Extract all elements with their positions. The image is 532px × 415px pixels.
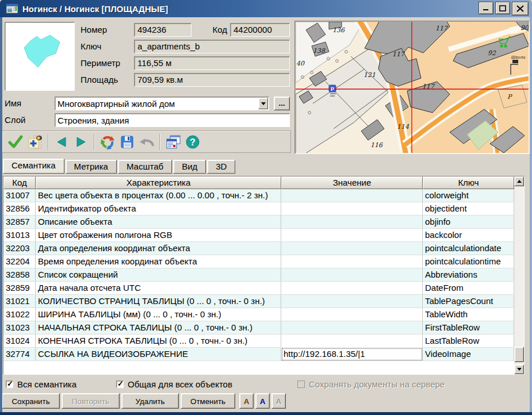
- row-characteristic[interactable]: Описание объекта: [36, 216, 281, 229]
- undo-button[interactable]: [137, 133, 156, 151]
- row-characteristic[interactable]: КОЛИЧЕСТВО СТРАНИЦ ТАБЛИЦЫ (0 ... 0 , то…: [36, 295, 281, 308]
- row-code[interactable]: 31022: [3, 308, 36, 321]
- row-code[interactable]: 32857: [3, 216, 36, 229]
- column-header[interactable]: Значение: [281, 176, 423, 189]
- table-row[interactable]: 32203Дата определения координат объектаp…: [3, 242, 524, 255]
- table-row[interactable]: 32858Список сокращенийAbbreviations: [3, 268, 524, 282]
- layer-field-input[interactable]: [55, 114, 289, 126]
- row-value[interactable]: [281, 202, 423, 216]
- row-key[interactable]: objinfo: [423, 216, 514, 229]
- table-row[interactable]: 31007Вес цвета объекта в процентах (0.00…: [3, 189, 524, 202]
- row-code[interactable]: 32859: [3, 282, 36, 295]
- column-header[interactable]: Характеристика: [36, 176, 281, 189]
- next-object-button[interactable]: [71, 133, 91, 151]
- close-button[interactable]: [512, 2, 529, 16]
- row-characteristic[interactable]: НАЧАЛЬНАЯ СТРОКА ТАБЛИЦЫ (0 ... 0 , точн…: [36, 321, 281, 335]
- name-combobox-input[interactable]: [55, 97, 269, 110]
- row-key[interactable]: TablePagesCount: [423, 295, 514, 308]
- checkbox-box[interactable]: ✓: [6, 381, 13, 388]
- row-code[interactable]: 31007: [3, 189, 36, 202]
- save-object-button[interactable]: Сохранить: [2, 393, 60, 409]
- row-characteristic[interactable]: КОНЕЧНАЯ СТРОКА ТАБЛИЦЫ (0 ... 0 , точн.…: [36, 335, 281, 348]
- row-key[interactable]: backcolor: [423, 229, 514, 242]
- row-value[interactable]: [281, 189, 423, 202]
- row-code[interactable]: 31024: [3, 335, 36, 348]
- row-key[interactable]: LastTableRow: [423, 335, 514, 348]
- vertical-scrollbar[interactable]: [514, 176, 524, 374]
- prev-object-button[interactable]: [52, 133, 71, 151]
- apply-button[interactable]: [6, 133, 25, 151]
- tab-Семантика[interactable]: Семантика: [3, 159, 64, 174]
- checkbox-box[interactable]: ✓: [116, 381, 124, 388]
- row-code[interactable]: 32203: [3, 242, 36, 255]
- row-characteristic[interactable]: Идентификатор объекта: [36, 202, 281, 216]
- row-key[interactable]: FirstTableRow: [423, 321, 514, 335]
- row-code[interactable]: 32204: [3, 255, 36, 268]
- chevron-down-icon[interactable]: [258, 98, 268, 109]
- row-value[interactable]: [281, 282, 423, 295]
- tab-Вид[interactable]: Вид: [173, 160, 206, 174]
- table-row[interactable]: 31022ШИРИНА ТАБЛИЦЫ (мм) (0 ... 0 , точн…: [3, 308, 524, 321]
- name-combobox[interactable]: [55, 97, 269, 110]
- row-code[interactable]: 31021: [3, 295, 36, 308]
- row-characteristic[interactable]: ССЫЛКА НА ВИДЕОИЗОБРАЖЕНИЕ: [36, 348, 281, 361]
- row-key[interactable]: pointcalculationdate: [423, 242, 514, 255]
- save-button[interactable]: [117, 133, 137, 151]
- delete-button[interactable]: Удалить: [121, 393, 179, 409]
- table-row[interactable]: 32204Время определения координат объекта…: [3, 255, 524, 268]
- maximize-button[interactable]: [495, 2, 510, 14]
- row-key[interactable]: objectident: [423, 202, 514, 216]
- column-header[interactable]: Ключ: [423, 176, 514, 189]
- row-code[interactable]: 31023: [3, 321, 36, 335]
- row-value[interactable]: [281, 295, 423, 308]
- tab-Метрика[interactable]: Метрика: [66, 160, 117, 174]
- row-characteristic[interactable]: Время определения координат объекта: [36, 255, 281, 268]
- map-preview[interactable]: 136138401211171171179290114116PPШкола: [294, 21, 530, 154]
- minimize-button[interactable]: [479, 2, 493, 14]
- row-characteristic[interactable]: ШИРИНА ТАБЛИЦЫ (мм) (0 ... 0 , точн.- 0 …: [36, 308, 281, 321]
- row-code[interactable]: 31013: [3, 229, 36, 242]
- row-value[interactable]: http://192.168.1.35/|1: [281, 348, 423, 361]
- row-key[interactable]: DateFrom: [423, 282, 514, 295]
- font-large-button[interactable]: A: [271, 393, 286, 409]
- row-code[interactable]: 32856: [3, 202, 36, 216]
- row-characteristic[interactable]: Вес цвета объекта в процентах (0.00 ... …: [36, 189, 281, 202]
- scroll-up-button[interactable]: [514, 176, 524, 186]
- font-medium-button[interactable]: A: [255, 393, 270, 409]
- row-characteristic[interactable]: Цвет отображения полигона RGB: [36, 229, 281, 242]
- table-row[interactable]: 31023НАЧАЛЬНАЯ СТРОКА ТАБЛИЦЫ (0 ... 0 ,…: [3, 321, 524, 335]
- table-row[interactable]: 32857Описание объектаobjinfo: [3, 216, 524, 229]
- row-value[interactable]: [281, 335, 423, 348]
- checkbox-common-for-all[interactable]: ✓ Общая для всех объектов: [116, 378, 232, 390]
- table-row[interactable]: 31013Цвет отображения полигона RGBbackco…: [3, 229, 524, 242]
- row-key[interactable]: TableWidth: [423, 308, 514, 321]
- help-button[interactable]: ?: [183, 133, 202, 151]
- row-value[interactable]: [281, 268, 423, 282]
- table-row[interactable]: 32856Идентификатор объектаobjectident: [3, 202, 524, 216]
- tab-Масштаб[interactable]: Масштаб: [118, 160, 172, 174]
- title-bar[interactable]: Ногинск / Ногинск [ПЛОЩАДНЫЕ]: [0, 0, 532, 17]
- row-characteristic[interactable]: Список сокращений: [36, 268, 281, 282]
- row-key[interactable]: VideoImage: [423, 348, 514, 361]
- scrollbar-thumb[interactable]: [514, 347, 524, 362]
- row-value[interactable]: [281, 255, 423, 268]
- table-row[interactable]: 32859Дата начала отсчета UTCDateFrom: [3, 282, 524, 295]
- table-row[interactable]: 32774ССЫЛКА НА ВИДЕОИЗОБРАЖЕНИЕhttp://19…: [3, 348, 524, 361]
- refresh-button[interactable]: [98, 133, 117, 151]
- column-header[interactable]: Код: [3, 176, 36, 189]
- row-value[interactable]: [281, 321, 423, 335]
- checkbox-all-semantics[interactable]: ✓ Вся семантика: [6, 378, 76, 390]
- scroll-down-button[interactable]: [514, 364, 524, 374]
- table-row[interactable]: 31021КОЛИЧЕСТВО СТРАНИЦ ТАБЛИЦЫ (0 ... 0…: [3, 295, 524, 308]
- row-value[interactable]: [281, 229, 423, 242]
- font-small-button[interactable]: A: [239, 393, 254, 409]
- row-key[interactable]: Abbreviations: [423, 268, 514, 282]
- row-key[interactable]: pointcalculationtime: [423, 255, 514, 268]
- layer-field[interactable]: [55, 113, 290, 127]
- row-characteristic[interactable]: Дата определения координат объекта: [36, 242, 281, 255]
- row-value[interactable]: [281, 308, 423, 321]
- table-row[interactable]: 31024КОНЕЧНАЯ СТРОКА ТАБЛИЦЫ (0 ... 0 , …: [3, 335, 524, 348]
- repeat-button[interactable]: Повторить: [62, 393, 120, 409]
- row-characteristic[interactable]: Дата начала отсчета UTC: [36, 282, 281, 295]
- tab-3D[interactable]: 3D: [207, 160, 235, 174]
